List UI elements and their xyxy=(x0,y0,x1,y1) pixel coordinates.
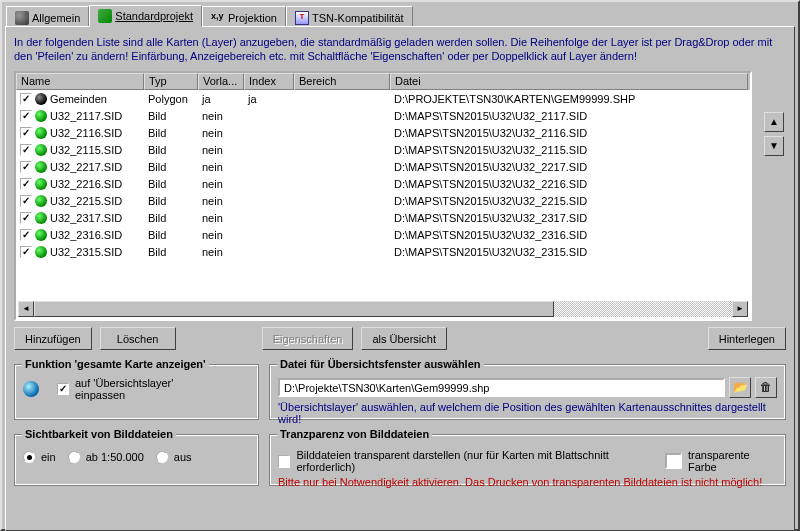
clear-button[interactable]: 🗑 xyxy=(755,377,777,398)
row-datei: D:\MAPS\TSN2015\U32\U32_2316.SID xyxy=(390,229,748,241)
row-vorl: nein xyxy=(198,195,244,207)
row-vorl: nein xyxy=(198,212,244,224)
row-name: U32_2116.SID xyxy=(50,127,122,139)
browse-button[interactable]: 📂 xyxy=(729,377,751,398)
vis-ab-label: ab 1:50.000 xyxy=(86,451,144,463)
scroll-track[interactable] xyxy=(554,301,732,317)
status-dot-icon xyxy=(35,110,47,122)
horizontal-scrollbar[interactable]: ◄ ► xyxy=(18,301,748,317)
vis-off-label: aus xyxy=(174,451,192,463)
vis-on-radio[interactable] xyxy=(23,451,35,463)
overview-file-input[interactable]: D:\Projekte\TSN30\Karten\Gem99999.shp xyxy=(278,378,725,397)
row-datei: D:\MAPS\TSN2015\U32\U32_2117.SID xyxy=(390,110,748,122)
table-row[interactable]: U32_2316.SIDBildneinD:\MAPS\TSN2015\U32\… xyxy=(16,226,750,243)
row-checkbox[interactable] xyxy=(20,229,32,241)
move-down-button[interactable]: ▼ xyxy=(764,136,784,156)
scroll-thumb[interactable] xyxy=(34,301,554,317)
table-row[interactable]: U32_2215.SIDBildneinD:\MAPS\TSN2015\U32\… xyxy=(16,192,750,209)
row-typ: Bild xyxy=(144,178,198,190)
tab-tsn[interactable]: T TSN-Kompatibilität xyxy=(286,6,413,28)
transparent-color-label: transparente Farbe xyxy=(688,449,777,473)
trash-icon: 🗑 xyxy=(760,380,772,394)
row-checkbox[interactable] xyxy=(20,127,32,139)
table-row[interactable]: GemeindenPolygonjajaD:\PROJEKTE\TSN30\KA… xyxy=(16,90,750,107)
row-datei: D:\MAPS\TSN2015\U32\U32_2215.SID xyxy=(390,195,748,207)
row-datei: D:\PROJEKTE\TSN30\KARTEN\GEM99999.SHP xyxy=(390,93,748,105)
row-datei: D:\MAPS\TSN2015\U32\U32_2116.SID xyxy=(390,127,748,139)
table-row[interactable]: U32_2216.SIDBildneinD:\MAPS\TSN2015\U32\… xyxy=(16,175,750,192)
row-typ: Bild xyxy=(144,144,198,156)
transparency-warning: Bitte nur bei Notwendigkeit aktivieren. … xyxy=(278,476,777,488)
col-name[interactable]: Name xyxy=(16,73,144,90)
col-index[interactable]: Index xyxy=(244,73,294,90)
row-typ: Bild xyxy=(144,195,198,207)
add-button[interactable]: Hinzufügen xyxy=(14,327,92,350)
row-vorl: nein xyxy=(198,161,244,173)
vis-ab-radio[interactable] xyxy=(68,451,80,463)
row-checkbox[interactable] xyxy=(20,161,32,173)
table-header: Name Typ Vorla... Index Bereich Datei xyxy=(16,73,750,90)
fit-overview-label: auf 'Übersichtslayer' einpassen xyxy=(75,377,220,401)
row-checkbox[interactable] xyxy=(20,110,32,122)
row-checkbox[interactable] xyxy=(20,195,32,207)
row-checkbox[interactable] xyxy=(20,144,32,156)
status-dot-icon xyxy=(35,212,47,224)
move-up-button[interactable]: ▲ xyxy=(764,112,784,132)
overview-file-title: Datei für Übersichtsfenster auswählen xyxy=(277,358,484,370)
vis-off-radio[interactable] xyxy=(156,451,168,463)
table-row[interactable]: U32_2217.SIDBildneinD:\MAPS\TSN2015\U32\… xyxy=(16,158,750,175)
row-name: U32_2217.SID xyxy=(50,161,122,173)
tab-projektion[interactable]: x,y Projektion xyxy=(202,6,286,28)
status-dot-icon xyxy=(35,93,47,105)
transparent-color-swatch[interactable] xyxy=(665,453,682,469)
col-datei[interactable]: Datei xyxy=(390,73,748,90)
scroll-right-icon[interactable]: ► xyxy=(732,301,748,317)
col-bereich[interactable]: Bereich xyxy=(294,73,390,90)
row-datei: D:\MAPS\TSN2015\U32\U32_2317.SID xyxy=(390,212,748,224)
tab-label: Projektion xyxy=(228,12,277,24)
table-row[interactable]: U32_2315.SIDBildneinD:\MAPS\TSN2015\U32\… xyxy=(16,243,750,260)
row-vorl: nein xyxy=(198,144,244,156)
scroll-left-icon[interactable]: ◄ xyxy=(18,301,34,317)
row-checkbox[interactable] xyxy=(20,212,32,224)
layers-table[interactable]: Name Typ Vorla... Index Bereich Datei Ge… xyxy=(14,71,752,321)
overview-button[interactable]: als Übersicht xyxy=(361,327,447,350)
row-datei: D:\MAPS\TSN2015\U32\U32_2115.SID xyxy=(390,144,748,156)
table-row[interactable]: U32_2115.SIDBildneinD:\MAPS\TSN2015\U32\… xyxy=(16,141,750,158)
row-checkbox[interactable] xyxy=(20,93,32,105)
status-dot-icon xyxy=(35,229,47,241)
fit-overview-checkbox[interactable] xyxy=(57,383,69,395)
vis-on-label: ein xyxy=(41,451,56,463)
attach-button[interactable]: Hinterlegen xyxy=(708,327,786,350)
status-dot-icon xyxy=(35,246,47,258)
row-vorl: nein xyxy=(198,178,244,190)
tab-allgemein[interactable]: Allgemein xyxy=(6,6,89,28)
delete-button[interactable]: Löschen xyxy=(100,327,176,350)
row-vorl: nein xyxy=(198,246,244,258)
status-dot-icon xyxy=(35,195,47,207)
row-checkbox[interactable] xyxy=(20,246,32,258)
tabstrip: Allgemein Standardprojekt x,y Projektion… xyxy=(2,2,798,26)
xy-icon: x,y xyxy=(211,11,225,25)
tab-standardprojekt[interactable]: Standardprojekt xyxy=(89,5,202,27)
gears-icon xyxy=(15,11,29,25)
row-vorl: nein xyxy=(198,127,244,139)
table-row[interactable]: U32_2116.SIDBildneinD:\MAPS\TSN2015\U32\… xyxy=(16,124,750,141)
tsn-icon: T xyxy=(295,11,309,25)
row-checkbox[interactable] xyxy=(20,178,32,190)
tab-label: Allgemein xyxy=(32,12,80,24)
table-row[interactable]: U32_2117.SIDBildneinD:\MAPS\TSN2015\U32\… xyxy=(16,107,750,124)
globe-icon xyxy=(23,381,39,397)
row-datei: D:\MAPS\TSN2015\U32\U32_2315.SID xyxy=(390,246,748,258)
status-dot-icon xyxy=(35,161,47,173)
overview-file-hint: 'Übersichtslayer' auswählen, auf welchem… xyxy=(278,401,777,425)
row-name: U32_2315.SID xyxy=(50,246,122,258)
transparency-checkbox[interactable] xyxy=(278,455,290,468)
table-row[interactable]: U32_2317.SIDBildneinD:\MAPS\TSN2015\U32\… xyxy=(16,209,750,226)
row-typ: Bild xyxy=(144,212,198,224)
tab-label: TSN-Kompatibilität xyxy=(312,12,404,24)
properties-button[interactable]: Eigenschaften xyxy=(262,327,354,350)
col-typ[interactable]: Typ xyxy=(144,73,198,90)
status-dot-icon xyxy=(35,144,47,156)
col-vorlage[interactable]: Vorla... xyxy=(198,73,244,90)
